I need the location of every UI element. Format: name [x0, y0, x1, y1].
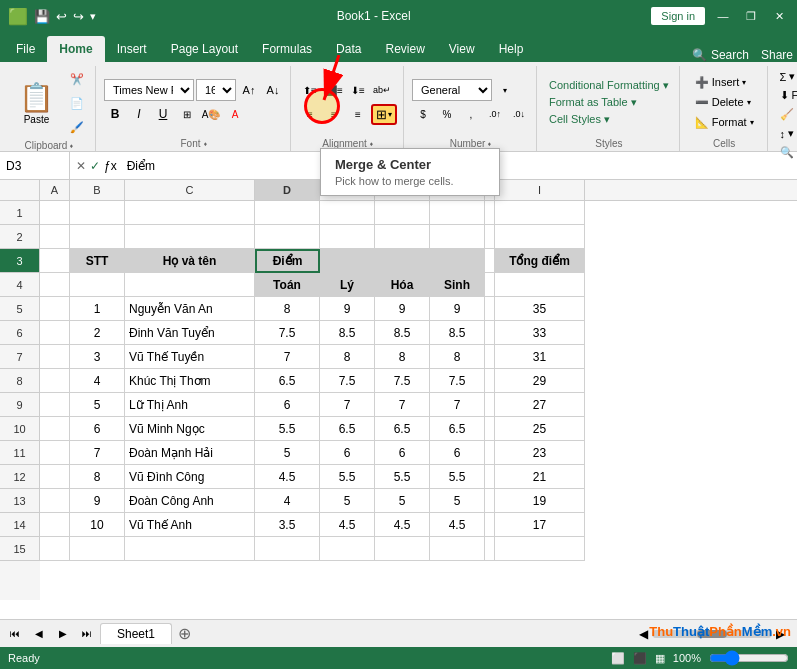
cell-a5[interactable]: [40, 297, 70, 321]
cell-h1[interactable]: [485, 201, 495, 225]
row-header-1[interactable]: 1: [0, 201, 40, 225]
cell-h5[interactable]: [485, 297, 495, 321]
cell-f2[interactable]: [375, 225, 430, 249]
row-header-3[interactable]: 3: [0, 249, 40, 273]
align-bottom-button[interactable]: ⬇≡: [347, 79, 369, 101]
cell-e15[interactable]: [320, 537, 375, 561]
col-header-b[interactable]: B: [70, 180, 125, 200]
search-label[interactable]: Search: [711, 48, 749, 62]
bold-button[interactable]: B: [104, 103, 126, 125]
cell-h12[interactable]: [485, 465, 495, 489]
sheet-nav-next[interactable]: ▶: [52, 623, 74, 645]
cell-e14[interactable]: 4.5: [320, 513, 375, 537]
underline-button[interactable]: U: [152, 103, 174, 125]
minimize-button[interactable]: —: [713, 6, 733, 26]
sheet-tab-1[interactable]: Sheet1: [100, 623, 172, 644]
cell-h2[interactable]: [485, 225, 495, 249]
delete-cells-button[interactable]: ➖ Delete ▾: [688, 93, 761, 112]
cell-g3[interactable]: [430, 249, 485, 273]
align-center-button[interactable]: ≡: [323, 103, 345, 125]
share-icon[interactable]: Share: [761, 48, 793, 62]
cell-h4[interactable]: [485, 273, 495, 297]
fill-color-button[interactable]: A🎨: [200, 103, 222, 125]
cell-d6[interactable]: 7.5: [255, 321, 320, 345]
format-cells-button[interactable]: 📐 Format ▾: [688, 113, 761, 132]
sheet-nav-first[interactable]: ⏮: [4, 623, 26, 645]
cell-a11[interactable]: [40, 441, 70, 465]
cut-button[interactable]: ✂️: [65, 68, 89, 90]
cell-e11[interactable]: 6: [320, 441, 375, 465]
cell-g14[interactable]: 4.5: [430, 513, 485, 537]
tab-help[interactable]: Help: [487, 36, 536, 62]
cell-f8[interactable]: 7.5: [375, 369, 430, 393]
number-expand-dropdown[interactable]: ▾: [494, 79, 516, 101]
cell-i4[interactable]: [495, 273, 585, 297]
cell-c1[interactable]: [125, 201, 255, 225]
tab-formulas[interactable]: Formulas: [250, 36, 324, 62]
cell-styles-button[interactable]: Cell Styles ▾: [545, 112, 673, 127]
col-header-c[interactable]: C: [125, 180, 255, 200]
cell-a15[interactable]: [40, 537, 70, 561]
cell-e9[interactable]: 7: [320, 393, 375, 417]
tab-data[interactable]: Data: [324, 36, 373, 62]
cell-g5[interactable]: 9: [430, 297, 485, 321]
clipboard-expand-icon[interactable]: ⬧: [69, 141, 74, 150]
sheet-nav-last[interactable]: ⏭: [76, 623, 98, 645]
cell-d10[interactable]: 5.5: [255, 417, 320, 441]
cell-i7[interactable]: 31: [495, 345, 585, 369]
cell-a14[interactable]: [40, 513, 70, 537]
cell-b15[interactable]: [70, 537, 125, 561]
cell-c15[interactable]: [125, 537, 255, 561]
cell-c3[interactable]: Họ và tên: [125, 249, 255, 273]
cell-b8[interactable]: 4: [70, 369, 125, 393]
cell-e13[interactable]: 5: [320, 489, 375, 513]
cell-c5[interactable]: Nguyễn Văn An: [125, 297, 255, 321]
col-header-i[interactable]: I: [495, 180, 585, 200]
row-header-12[interactable]: 12: [0, 465, 40, 489]
cell-g7[interactable]: 8: [430, 345, 485, 369]
clear-button[interactable]: 🧹 ▾: [776, 106, 797, 123]
cell-e4[interactable]: Lý: [320, 273, 375, 297]
align-top-button[interactable]: ⬆≡: [299, 79, 321, 101]
customize-icon[interactable]: ▾: [90, 10, 96, 23]
cell-e10[interactable]: 6.5: [320, 417, 375, 441]
cell-f3[interactable]: [375, 249, 430, 273]
cell-d8[interactable]: 6.5: [255, 369, 320, 393]
cell-a9[interactable]: [40, 393, 70, 417]
cell-i11[interactable]: 23: [495, 441, 585, 465]
fill-button[interactable]: ⬇ Fill ▾: [776, 87, 797, 104]
confirm-formula-icon[interactable]: ✓: [90, 159, 100, 173]
tab-review[interactable]: Review: [373, 36, 436, 62]
format-painter-button[interactable]: 🖌️: [65, 116, 89, 138]
number-expand-icon[interactable]: ⬧: [487, 139, 492, 148]
cell-h3[interactable]: [485, 249, 495, 273]
conditional-formatting-button[interactable]: Conditional Formatting ▾: [545, 78, 673, 93]
cell-a2[interactable]: [40, 225, 70, 249]
cell-e1[interactable]: [320, 201, 375, 225]
cell-h6[interactable]: [485, 321, 495, 345]
row-header-8[interactable]: 8: [0, 369, 40, 393]
decrease-font-button[interactable]: A↓: [262, 79, 284, 101]
cell-f1[interactable]: [375, 201, 430, 225]
cell-b14[interactable]: 10: [70, 513, 125, 537]
cell-c6[interactable]: Đinh Văn Tuyển: [125, 321, 255, 345]
cell-h8[interactable]: [485, 369, 495, 393]
font-color-button[interactable]: A: [224, 103, 246, 125]
cell-f5[interactable]: 9: [375, 297, 430, 321]
cell-d9[interactable]: 6: [255, 393, 320, 417]
cancel-formula-icon[interactable]: ✕: [76, 159, 86, 173]
cell-i15[interactable]: [495, 537, 585, 561]
cell-b2[interactable]: [70, 225, 125, 249]
restore-button[interactable]: ❐: [741, 6, 761, 26]
cell-g10[interactable]: 6.5: [430, 417, 485, 441]
cell-g1[interactable]: [430, 201, 485, 225]
cell-c14[interactable]: Vũ Thế Anh: [125, 513, 255, 537]
copy-button[interactable]: 📄: [65, 92, 89, 114]
cell-g8[interactable]: 7.5: [430, 369, 485, 393]
row-header-9[interactable]: 9: [0, 393, 40, 417]
cell-a7[interactable]: [40, 345, 70, 369]
cell-b13[interactable]: 9: [70, 489, 125, 513]
alignment-expand-icon[interactable]: ⬧: [369, 139, 374, 148]
row-header-2[interactable]: 2: [0, 225, 40, 249]
col-header-a[interactable]: A: [40, 180, 70, 200]
